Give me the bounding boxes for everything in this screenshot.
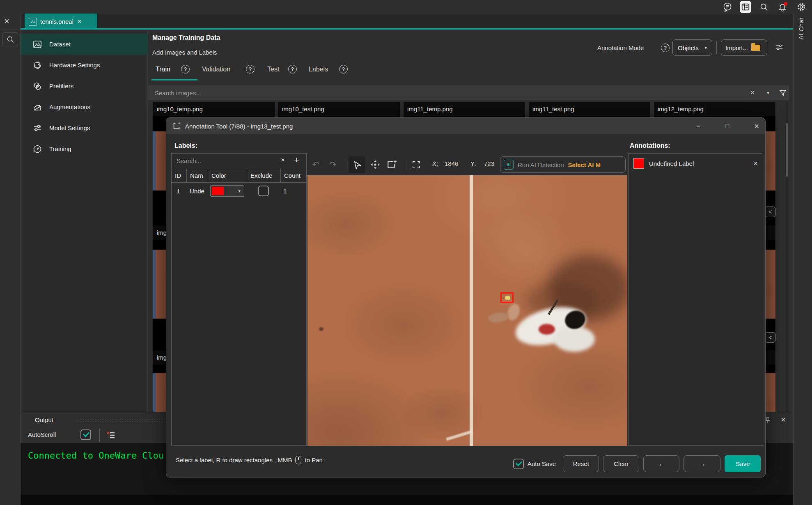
autoscroll-checkbox[interactable] <box>80 429 91 440</box>
autoscroll-label: AutoScroll <box>28 431 56 438</box>
card-expand-button[interactable]: < <box>765 332 775 343</box>
close-panel-icon[interactable]: × <box>778 414 789 425</box>
import-label: Import... <box>725 44 748 51</box>
column-count: Count <box>281 168 306 182</box>
settings-gear-icon[interactable] <box>796 1 807 13</box>
label-search-bar: × + <box>172 154 306 168</box>
chevron-down-icon[interactable]: ▾ <box>763 88 773 98</box>
court-line-diagonal <box>446 430 473 441</box>
player-arm <box>505 302 522 322</box>
column-id: ID <box>172 168 187 182</box>
cursor-x-label: X: <box>432 160 438 167</box>
search-icon[interactable] <box>758 1 770 13</box>
side-panel-icon[interactable] <box>740 1 751 13</box>
select-tool-button[interactable] <box>349 156 365 173</box>
page-title: Manage Training Data <box>152 34 220 41</box>
footer-controls: Auto Save Reset Clear ← → Save <box>513 455 762 472</box>
dialog-title-bar[interactable]: Annotation Tool (7/88) - img13_test.png … <box>166 118 766 134</box>
divider <box>99 429 100 441</box>
image-filename: img10_temp.png <box>153 102 275 116</box>
minimize-icon[interactable]: − <box>693 120 704 132</box>
help-icon[interactable]: ? <box>288 65 297 73</box>
hint-before: Select a label, R to draw rectangles , M… <box>176 457 292 464</box>
annotation-mode-dropdown[interactable]: Objects ▾ <box>672 39 712 56</box>
card-expand-button[interactable]: < <box>765 207 775 217</box>
delete-annotation-icon[interactable]: × <box>753 159 758 168</box>
help-icon[interactable]: ? <box>246 65 255 73</box>
redo-icon[interactable]: ↷ <box>327 158 339 171</box>
sidebar-item-prefilters[interactable]: Prefilters <box>21 76 148 96</box>
clear-search-icon[interactable]: × <box>748 88 757 98</box>
tab-labels[interactable]: Labels <box>309 66 328 73</box>
hint-after: to Pan <box>305 457 322 464</box>
fit-view-icon[interactable] <box>410 158 422 171</box>
import-button[interactable]: Import... <box>721 39 767 56</box>
image-filename: img10_test.png <box>278 102 400 116</box>
mouse-icon <box>295 456 301 464</box>
previous-image-button[interactable]: ← <box>643 455 679 472</box>
ai-chip-icon: AI <box>504 160 514 170</box>
sidebar-item-dataset[interactable]: Dataset <box>21 34 148 55</box>
run-ai-detection-button[interactable]: AI Run AI Detection Select AI M <box>500 156 626 173</box>
maximize-icon[interactable]: □ <box>721 120 733 132</box>
tab-validation[interactable]: Validation <box>202 66 230 73</box>
help-icon[interactable]: ? <box>339 65 348 73</box>
sidebar-item-label: Augmentations <box>49 103 90 110</box>
image-search-input[interactable] <box>154 85 688 100</box>
rail-search-icon[interactable] <box>2 32 18 46</box>
auto-save-checkbox[interactable] <box>513 459 524 469</box>
chip-icon <box>32 60 43 71</box>
column-exclude: Exclude <box>247 168 281 182</box>
exclude-checkbox[interactable] <box>258 186 269 196</box>
tab-tennis-oneai[interactable]: AI tennis.oneai × <box>25 14 97 30</box>
player-red-detail <box>539 324 555 335</box>
sidebar-item-augmentations[interactable]: Augmentations <box>21 96 148 117</box>
left-tool-rail: × <box>0 14 21 505</box>
clear-button[interactable]: Clear <box>603 455 639 472</box>
draw-rectangle-icon[interactable] <box>385 158 398 171</box>
labels-panel: × + ID Nam Color Exclude Count 1 Unde ▾ … <box>171 153 307 446</box>
training-gauge-icon <box>32 144 43 154</box>
accent-underline <box>21 28 793 30</box>
label-color-dropdown[interactable]: ▾ <box>210 185 244 197</box>
toolbar-divider <box>405 158 405 171</box>
sidebar-item-hardware-settings[interactable]: Hardware Settings <box>21 55 148 76</box>
undo-icon[interactable]: ↶ <box>310 158 322 171</box>
sidebar-item-model-settings[interactable]: Model Settings <box>21 117 148 138</box>
clear-console-icon[interactable] <box>105 429 117 441</box>
annotation-canvas[interactable] <box>307 175 627 446</box>
folder-icon <box>751 45 760 51</box>
next-image-button[interactable]: → <box>684 455 720 472</box>
label-search-input[interactable] <box>176 154 274 168</box>
add-label-icon[interactable]: + <box>294 155 299 165</box>
rail-close-icon[interactable]: × <box>4 17 9 26</box>
help-icon[interactable]: ? <box>181 65 190 73</box>
view-settings-icon[interactable] <box>775 43 784 52</box>
annotation-toolbar: ↶ ↷ X: 1846 Y: 723 AI Run AI Detection <box>307 156 627 174</box>
select-ai-model-link[interactable]: Select AI M <box>568 161 601 168</box>
image-filename: img12_temp.png <box>654 102 775 116</box>
reset-button[interactable]: Reset <box>563 455 599 472</box>
clear-label-search-icon[interactable]: × <box>281 156 285 164</box>
sidebar-item-training[interactable]: Training <box>21 138 148 159</box>
label-name: Unde <box>190 188 209 195</box>
help-icon[interactable]: ? <box>661 44 670 52</box>
image-grid-scrollbar[interactable] <box>786 102 788 412</box>
notifications-bell-icon[interactable] <box>777 1 788 13</box>
annotation-list-item[interactable]: Undefined Label × <box>628 154 763 173</box>
chat-icon[interactable] <box>722 1 733 13</box>
pan-tool-icon[interactable] <box>369 158 381 171</box>
tab-close-icon[interactable]: × <box>78 18 82 26</box>
save-button[interactable]: Save <box>725 455 761 472</box>
image-filename: img11_temp.png <box>404 102 525 116</box>
filter-funnel-icon[interactable] <box>778 88 788 98</box>
close-dialog-icon[interactable]: × <box>751 120 762 132</box>
tab-train[interactable]: Train <box>156 66 170 73</box>
tab-test[interactable]: Test <box>267 66 279 73</box>
label-row[interactable]: 1 Unde ▾ 1 <box>172 183 306 199</box>
annotation-bounding-box[interactable] <box>500 292 514 303</box>
annotation-mode-value: Objects <box>678 44 699 51</box>
ai-chat-strip[interactable]: AI Chat <box>793 14 812 505</box>
annotation-tool-dialog: Annotation Tool (7/88) - img13_test.png … <box>166 117 766 477</box>
column-color: Color <box>208 168 247 182</box>
